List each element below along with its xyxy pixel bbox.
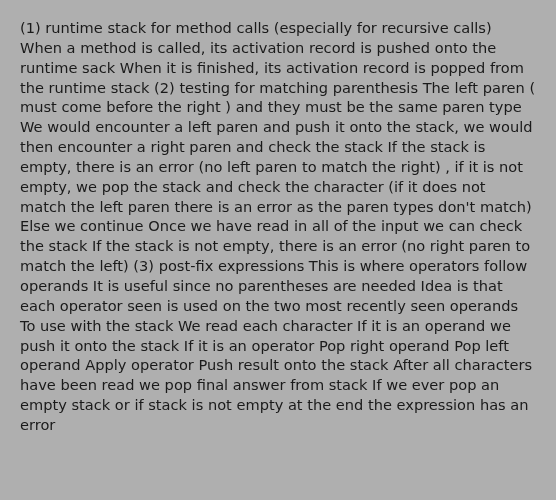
document-body: (1) runtime stack for method calls (espe… (20, 18, 536, 435)
